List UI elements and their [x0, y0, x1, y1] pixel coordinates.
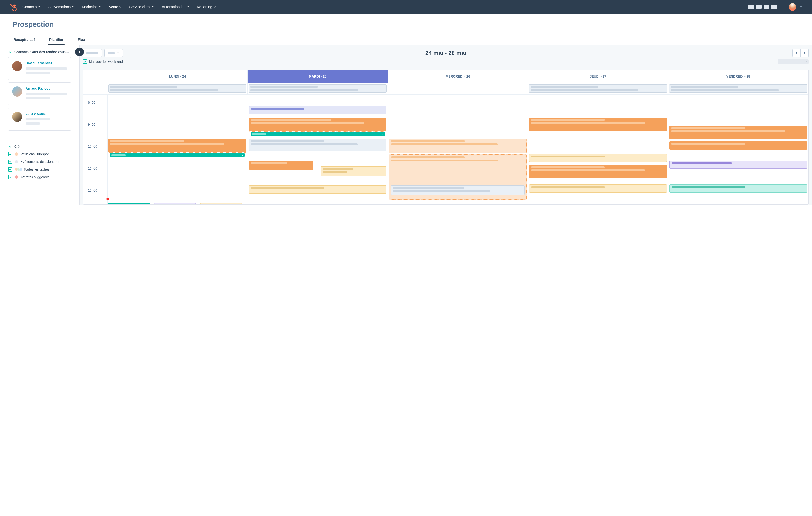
chevron-down-icon	[117, 52, 119, 54]
toolbar-filter-1[interactable]	[83, 49, 102, 57]
checkbox-icon[interactable]	[8, 175, 12, 179]
legend-swatch	[15, 160, 18, 163]
legend-swatch	[15, 168, 21, 171]
nav-vente[interactable]: Vente	[109, 5, 121, 9]
day-column-tue[interactable]: ▾	[248, 94, 388, 204]
contact-name: Arnaud Ranout	[26, 86, 67, 90]
page-header: Prospection Récapitulatif Planifier Flux	[0, 13, 812, 45]
user-avatar[interactable]	[789, 3, 796, 11]
hour-label: 12h00	[83, 182, 108, 204]
contacts-toggle[interactable]: Contacts ayant des rendez-vous…	[8, 50, 71, 54]
toolbar-filter-2[interactable]	[104, 49, 123, 57]
calendar-event[interactable]	[529, 165, 667, 178]
allday-event[interactable]	[529, 84, 667, 93]
calendar-event-badge[interactable]: ▾	[249, 132, 386, 136]
allday-event[interactable]	[109, 84, 246, 93]
nav-contacts[interactable]: Contacts	[23, 5, 40, 9]
svg-line-2	[11, 5, 13, 7]
day-column-wed[interactable]	[388, 94, 528, 204]
day-header-tue[interactable]: MARDI - 25	[248, 70, 388, 83]
calendar-event[interactable]	[154, 203, 196, 205]
nav-action-1[interactable]	[748, 5, 754, 9]
calendar-event[interactable]	[389, 139, 527, 153]
nav-reporting[interactable]: Reporting	[197, 5, 216, 9]
collapse-sidebar-button[interactable]	[75, 48, 84, 56]
day-header-fri[interactable]: VENDREDI - 28	[668, 70, 808, 83]
calendar-event[interactable]	[249, 106, 386, 114]
nav-action-3[interactable]	[763, 5, 769, 9]
chevron-down-icon	[805, 60, 808, 63]
nav-action-4[interactable]	[771, 5, 777, 9]
hour-label: 11h00	[83, 161, 108, 182]
day-header-thu[interactable]: JEUDI - 27	[528, 70, 668, 83]
calendar-event[interactable]	[200, 203, 242, 205]
calendar-event[interactable]	[321, 166, 386, 176]
calendar-event[interactable]	[108, 139, 246, 152]
calendar-event[interactable]	[108, 203, 150, 205]
key-suggested[interactable]: Activités suggérées	[8, 175, 71, 179]
calendar-event[interactable]	[249, 161, 313, 170]
allday-event[interactable]	[669, 84, 807, 93]
day-column-fri[interactable]	[668, 94, 808, 204]
sidebar: Contacts ayant des rendez-vous… David Fe…	[0, 45, 80, 205]
calendar: LUNDI - 24 MARDI - 25 MERCREDI - 26 JEUD…	[83, 69, 809, 205]
avatar	[12, 112, 22, 122]
hour-label: 9h00	[83, 117, 108, 139]
day-column-thu[interactable]	[528, 94, 668, 204]
nav-conversations[interactable]: Conversations	[48, 5, 74, 9]
contact-card[interactable]: David Fernandez	[8, 57, 71, 80]
checkbox-icon[interactable]	[8, 152, 12, 156]
checkbox-icon[interactable]	[8, 167, 12, 172]
view-select[interactable]	[778, 59, 809, 64]
contact-card[interactable]: Leila Azzouzi	[8, 108, 71, 131]
key-header: Clé	[14, 145, 20, 149]
tab-planifier[interactable]: Planifier	[49, 34, 63, 45]
day-header-wed[interactable]: MERCREDI - 26	[388, 70, 528, 83]
hour-label: 10h00	[83, 139, 108, 161]
calendar-event[interactable]	[669, 141, 807, 149]
tab-recapitulatif[interactable]: Récapitulatif	[13, 34, 35, 45]
day-column-mon[interactable]: ▾	[108, 94, 248, 204]
hide-weekends-checkbox[interactable]	[83, 59, 87, 64]
day-header-mon[interactable]: LUNDI - 24	[108, 70, 248, 83]
tab-flux[interactable]: Flux	[78, 34, 85, 45]
allday-event[interactable]	[249, 84, 387, 93]
legend-swatch	[15, 175, 18, 179]
now-indicator-icon	[106, 198, 109, 200]
chevron-down-icon[interactable]	[800, 5, 803, 8]
chevron-down-icon	[8, 145, 12, 149]
hubspot-logo-icon	[9, 3, 17, 10]
calendar-event[interactable]	[249, 185, 386, 194]
key-hubspot-meetings[interactable]: Réunions HubSpot	[8, 152, 71, 156]
nav-service-client[interactable]: Service client	[129, 5, 154, 9]
avatar	[12, 61, 22, 71]
calendar-event-badge[interactable]: ▾	[108, 152, 246, 157]
tabs: Récapitulatif Planifier Flux	[12, 34, 800, 45]
calendar-event[interactable]	[529, 154, 667, 162]
calendar-event[interactable]	[669, 161, 807, 169]
nav-action-2[interactable]	[756, 5, 762, 9]
main-area: 24 mai - 28 mai Masquer les week-ends LU…	[80, 45, 812, 205]
nav-items: Contacts Conversations Marketing Vente S…	[23, 5, 216, 9]
contacts-header: Contacts ayant des rendez-vous…	[14, 50, 69, 54]
hide-weekends-label: Masquer les week-ends	[89, 60, 124, 63]
contact-name: Leila Azzouzi	[26, 112, 67, 116]
contact-card[interactable]: Arnaud Ranout	[8, 82, 71, 105]
key-toggle[interactable]: Clé	[8, 145, 71, 149]
calendar-event[interactable]	[669, 184, 807, 193]
checkbox-icon[interactable]	[8, 160, 12, 164]
nav-marketing[interactable]: Marketing	[82, 5, 101, 9]
calendar-event[interactable]	[391, 185, 525, 195]
key-all-tasks[interactable]: Toutes les tâches	[8, 167, 71, 172]
next-week-button[interactable]	[801, 49, 809, 57]
hour-label: 8h00	[83, 94, 108, 117]
calendar-event[interactable]	[249, 117, 386, 131]
calendar-event[interactable]	[249, 139, 386, 151]
prev-week-button[interactable]	[792, 49, 801, 57]
calendar-event[interactable]	[669, 126, 807, 139]
key-calendar-events[interactable]: Événements du calendrier	[8, 160, 71, 164]
avatar	[12, 86, 22, 96]
calendar-event[interactable]	[529, 184, 667, 193]
nav-automatisation[interactable]: Automatisation	[162, 5, 189, 9]
calendar-event[interactable]	[529, 117, 667, 131]
